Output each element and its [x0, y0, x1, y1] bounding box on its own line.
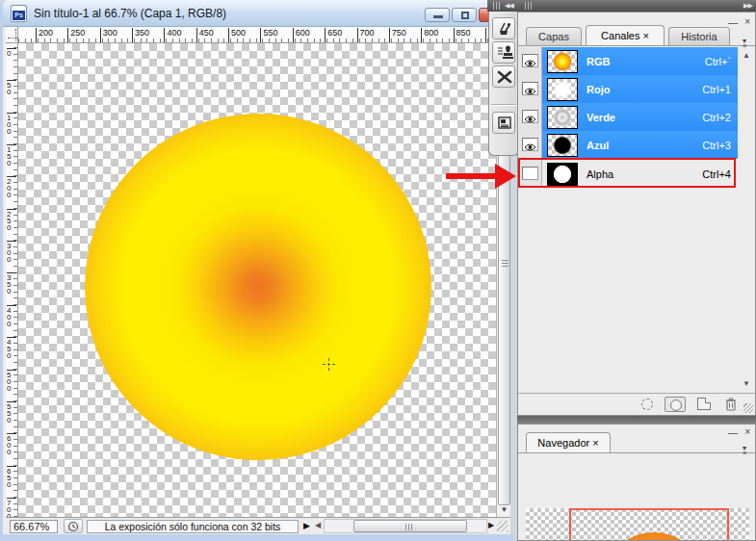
canvas-horizontal-scrollbar[interactable]	[324, 519, 487, 533]
tool-presets-panel-button[interactable]	[492, 65, 515, 88]
ruler-tick-label: 6 0 0	[7, 433, 16, 455]
visibility-toggle[interactable]	[519, 47, 542, 75]
ruler-tick-label: 1 5 0	[7, 144, 16, 167]
panel-resize-grip[interactable]	[743, 403, 753, 413]
eye-icon	[524, 87, 536, 96]
ruler-tick-label: 4 5 0	[7, 337, 16, 359]
ruler-tick-label: 400	[164, 28, 181, 42]
channel-thumbnail[interactable]	[547, 134, 578, 157]
clone-stamp-icon	[496, 44, 513, 62]
layer-comps-panel-button[interactable]	[492, 112, 515, 134]
load-selection-icon[interactable]	[641, 399, 653, 410]
ruler-tick-label: 1 0 0	[7, 113, 16, 135]
scroll-right-arrow-icon[interactable]: ▶	[488, 521, 494, 529]
window-resize-grip[interactable]	[497, 521, 508, 532]
maximize-icon	[461, 12, 469, 19]
panel-scroll-down-icon[interactable]: ▼	[743, 379, 750, 388]
panel-menu-icon[interactable]: ▼≡	[737, 39, 752, 50]
scroll-down-arrow-icon[interactable]: ▼	[498, 503, 510, 516]
minimize-button[interactable]	[425, 8, 450, 22]
clock-icon	[67, 521, 79, 532]
ruler-tick-label: 750	[389, 28, 406, 42]
ruler-tick-label: 2 5 0	[7, 209, 16, 231]
ruler-tick-label: 600	[293, 28, 310, 42]
status-options-arrow-icon[interactable]: ▶	[300, 519, 313, 533]
channel-thumbnail[interactable]	[547, 50, 578, 73]
scroll-left-arrow-icon[interactable]: ◀	[315, 521, 321, 529]
tab-navegador[interactable]: Navegador ×	[526, 432, 611, 452]
save-selection-as-channel-icon[interactable]	[665, 397, 686, 412]
channel-row-rgb[interactable]: RGB Ctrl+`	[519, 47, 738, 75]
ruler-tick-label: 300	[100, 28, 117, 42]
visibility-toggle[interactable]	[519, 131, 542, 159]
minimize-icon	[433, 15, 443, 18]
ruler-tick-label: 450	[196, 28, 214, 42]
ruler-tick-label: 250	[67, 28, 85, 42]
navigator-view-rectangle[interactable]	[569, 508, 729, 541]
eye-icon	[524, 59, 536, 68]
ruler-tick-label: 3 0 0	[7, 241, 16, 263]
panel-scroll-up-icon[interactable]: ▲	[743, 51, 750, 60]
psd-file-icon: Ps	[11, 5, 27, 22]
ruler-tick-label: 800	[421, 28, 438, 42]
panel-menu-icon[interactable]: ▼≡	[737, 446, 752, 457]
collapsed-panel-dock	[488, 12, 519, 156]
channel-row-azul[interactable]: Azul Ctrl+3	[519, 131, 738, 159]
delete-channel-trash-icon[interactable]	[724, 397, 738, 412]
ruler-tick-label: 5 5 0	[7, 401, 16, 424]
tab-historia[interactable]: Historia	[668, 27, 730, 45]
ruler-tick-label: 700	[357, 28, 375, 42]
tab-capas[interactable]: Capas	[526, 27, 582, 45]
canvas-area[interactable]	[18, 43, 496, 517]
ruler-tick-label: 550	[260, 28, 277, 42]
ruler-tick-label: 5 0	[7, 80, 16, 95]
dock-separator	[491, 104, 516, 105]
annotation-highlight-rectangle	[518, 158, 736, 188]
document-title: Sin título-1 al 66.7% (Capa 1, RGB/8)	[34, 7, 226, 20]
ruler-origin-corner[interactable]	[6, 27, 18, 43]
ruler-tick-label: 200	[36, 28, 53, 42]
clone-source-panel-button[interactable]	[492, 41, 515, 64]
ruler-tick-label: 2 0 0	[7, 176, 16, 198]
ruler-vertical[interactable]: 05 01 0 01 5 02 0 02 5 03 0 03 5 04 0 04…	[6, 43, 18, 517]
collapse-dock-icon[interactable]: ◀◀	[505, 2, 513, 10]
visibility-toggle[interactable]	[519, 75, 542, 103]
ruler-tick-label: 850	[454, 28, 471, 42]
layer-comps-icon	[496, 115, 513, 132]
scroll-thumb-grip	[405, 524, 414, 530]
panel-group-grip-icon[interactable]	[525, 2, 532, 10]
channel-name: RGB	[587, 56, 610, 67]
channel-row-verde[interactable]: Verde Ctrl+2	[519, 103, 738, 131]
brushes-panel-button[interactable]	[492, 17, 515, 39]
ruler-horizontal[interactable]: 2002503003504004505005506006507007508008…	[18, 27, 494, 43]
ruler-tick-label: 0	[7, 48, 16, 57]
annotation-arrow	[446, 173, 497, 179]
expand-dock-icon[interactable]: ▶▶	[743, 2, 752, 10]
channel-row-rojo[interactable]: Rojo Ctrl+1	[519, 75, 738, 103]
panel-tabs: Capas Canales × Historia	[518, 25, 755, 46]
ruler-tick-label: 3 5 0	[7, 272, 16, 295]
navigator-thumbnail[interactable]	[526, 508, 749, 541]
ruler-tick-label: 4 0 0	[7, 305, 16, 327]
status-message: La exposición sólo funciona con 32 bits	[87, 520, 299, 533]
maximize-button[interactable]	[452, 8, 477, 22]
crossed-tools-icon	[496, 68, 513, 86]
channel-shortcut: Ctrl+1	[702, 84, 731, 95]
radial-gradient-circle[interactable]	[85, 114, 431, 460]
visibility-toggle[interactable]	[519, 103, 542, 131]
channel-thumbnail[interactable]	[547, 106, 578, 129]
dock-grip-icon[interactable]	[493, 2, 500, 10]
channels-panel: — × Capas Canales × Historia ▼≡ RGB Ctrl…	[517, 12, 756, 416]
eye-icon	[524, 115, 536, 124]
document-title-bar[interactable]: Ps Sin título-1 al 66.7% (Capa 1, RGB/8)	[3, 0, 513, 27]
tab-canales[interactable]: Canales ×	[586, 25, 665, 45]
zoom-level-field[interactable]: 66.67%	[10, 520, 58, 533]
scroll-thumb-grip	[502, 260, 508, 267]
horizontal-scroll-thumb[interactable]	[353, 520, 467, 532]
new-channel-icon[interactable]	[697, 398, 711, 410]
window-bottom-border	[3, 534, 513, 541]
panel-group-divider[interactable]	[517, 416, 756, 424]
version-cue-button[interactable]	[64, 519, 83, 533]
document-status-bar: 66.67% La exposición sólo funciona con 3…	[6, 517, 510, 534]
channel-thumbnail[interactable]	[547, 78, 578, 101]
